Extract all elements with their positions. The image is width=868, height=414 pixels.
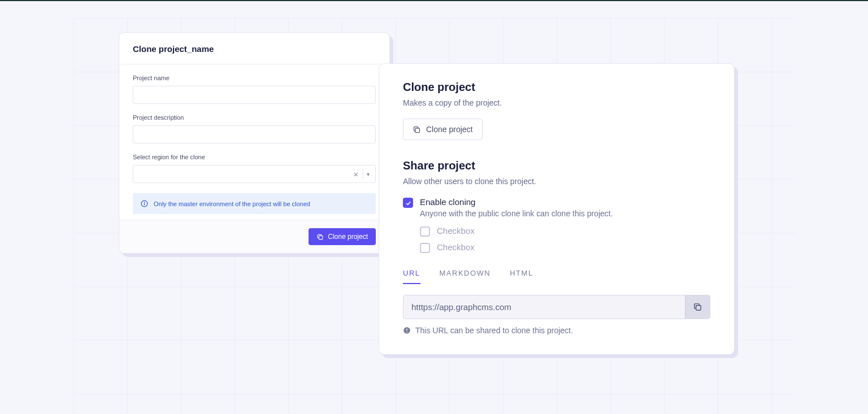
nested-checkbox-2-label: Checkbox <box>437 242 475 252</box>
svg-rect-3 <box>319 236 323 239</box>
region-select[interactable]: × ▾ <box>133 165 376 183</box>
button-label: Clone project <box>426 125 473 134</box>
project-name-label: Project name <box>133 75 376 81</box>
share-section-sub: Allow other users to clone this project. <box>403 177 710 186</box>
copy-url-button[interactable] <box>685 295 710 319</box>
clone-section-sub: Makes a copy of the project. <box>403 98 710 107</box>
region-label: Select region for the clone <box>133 154 376 160</box>
nested-checkbox-2[interactable] <box>420 243 430 253</box>
tab-url[interactable]: URL <box>403 269 420 284</box>
share-section-title: Share project <box>403 159 710 172</box>
clone-project-button[interactable]: Clone project <box>403 119 483 140</box>
info-icon <box>141 200 148 207</box>
svg-point-2 <box>144 202 145 203</box>
check-icon <box>405 200 411 206</box>
nested-checkbox-1-label: Checkbox <box>437 226 475 236</box>
enable-cloning-label: Enable cloning <box>420 197 613 207</box>
share-url-text[interactable]: htttps://app.graphcms.com <box>403 295 685 319</box>
project-name-input[interactable] <box>133 86 376 104</box>
nested-option-row: Checkbox <box>420 242 710 253</box>
clone-section-title: Clone project <box>403 81 710 94</box>
button-label: Clone project <box>328 233 368 241</box>
nested-option-row: Checkbox <box>420 226 710 237</box>
url-hint-text: This URL can be shared to clone this pro… <box>415 326 573 335</box>
project-description-input[interactable] <box>133 125 376 143</box>
copy-icon <box>413 125 421 134</box>
share-format-tabs: URL MARKDOWN HTML <box>403 269 710 285</box>
svg-rect-4 <box>415 128 420 133</box>
copy-icon <box>693 302 702 312</box>
info-text: Only the master environment of the proje… <box>154 201 310 207</box>
enable-cloning-checkbox[interactable] <box>403 198 413 208</box>
clone-project-form-panel: Clone project_name Project name Project … <box>119 32 390 254</box>
tab-markdown[interactable]: MARKDOWN <box>440 269 491 284</box>
clone-share-settings-panel: Clone project Makes a copy of the projec… <box>379 63 735 355</box>
nested-checkbox-1[interactable] <box>420 226 430 237</box>
alert-icon <box>403 326 411 334</box>
tab-html[interactable]: HTML <box>510 269 533 284</box>
clear-icon[interactable]: × <box>350 169 362 179</box>
chevron-down-icon[interactable]: ▾ <box>364 171 372 177</box>
copy-icon <box>316 233 324 241</box>
project-description-label: Project description <box>133 114 376 121</box>
svg-rect-5 <box>696 306 701 311</box>
enable-cloning-row: Enable cloning Anyone with the public cl… <box>403 197 710 218</box>
url-hint-row: This URL can be shared to clone this pro… <box>403 326 710 335</box>
svg-point-8 <box>406 332 407 333</box>
select-divider <box>363 169 363 179</box>
panel-footer: Clone project <box>119 220 389 253</box>
panel-title: Clone project_name <box>119 33 389 64</box>
clone-project-submit-button[interactable]: Clone project <box>309 228 376 245</box>
enable-cloning-sub: Anyone with the public clone link can cl… <box>420 209 613 218</box>
share-url-box: htttps://app.graphcms.com <box>403 295 710 319</box>
info-banner: Only the master environment of the proje… <box>133 193 376 214</box>
